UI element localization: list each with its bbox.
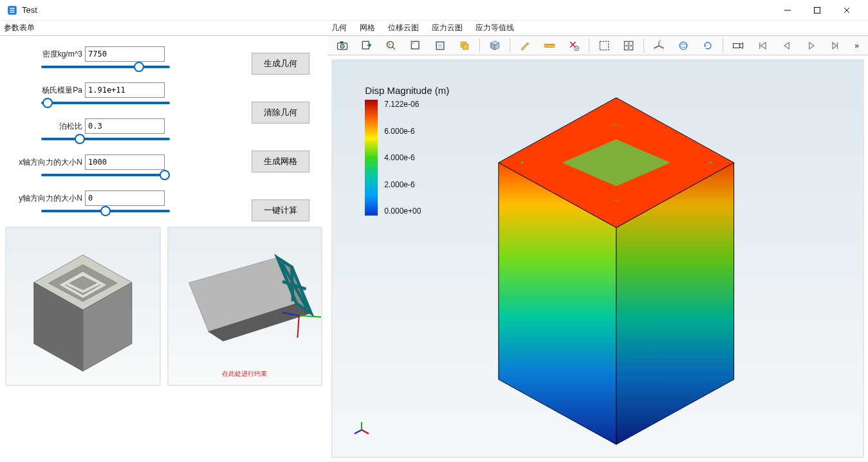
svg-point-17 [342,45,344,47]
rotate-icon[interactable] [696,37,720,54]
svg-rect-41 [733,43,739,48]
label-force-x: x轴方向力的大小N [5,157,82,168]
label-density: 密度kg/m^3 [5,49,82,60]
preview-constraints[interactable]: 在此处进行约束 [167,226,323,386]
left-pane: 参数表单 密度kg/m^3 杨氏模量Pa [0,21,328,462]
menu-mesh[interactable]: 网格 [360,23,375,33]
slider-poisson[interactable] [41,138,170,140]
fea-result-model [333,60,863,457]
cube-icon[interactable] [483,37,507,54]
app-icon [6,5,18,16]
svg-point-39 [679,44,687,47]
field-poisson: 泊松比 [5,118,241,140]
camera-icon[interactable] [330,37,355,54]
orientation-triad-icon [352,420,371,441]
label-force-y: y轴方向力的大小N [5,193,82,204]
orbit-icon[interactable] [671,37,696,54]
preview-row: 在此处进行约束 [0,226,328,391]
one-click-calc-button[interactable]: 一键计算 [252,199,309,221]
svg-point-38 [679,42,687,50]
svg-rect-33 [600,41,608,50]
preview-geometry[interactable] [5,226,161,386]
x-gear-icon[interactable] [562,37,586,54]
field-force-y: y轴方向力的大小N [5,190,241,212]
search-zap-icon[interactable] [379,37,403,54]
svg-rect-1 [815,7,820,13]
window-minimize-button[interactable] [773,0,802,21]
svg-rect-26 [463,44,468,49]
slider-force-y[interactable] [41,210,170,212]
play-icon[interactable] [799,37,824,54]
window-maximize-button[interactable] [802,0,832,21]
svg-text:z: z [660,39,661,42]
brush-icon[interactable] [513,37,537,54]
input-youngs[interactable] [85,82,165,98]
field-force-x: x轴方向力的大小N [5,154,241,176]
left-menubar: 参数表单 [0,21,328,36]
field-youngs: 杨氏模量Pa [5,82,241,104]
camera-view-icon[interactable] [726,37,750,54]
right-menubar: 几何 网格 位移云图 应力云图 应力等值线 [328,21,868,36]
window-title: Test [22,5,37,15]
svg-marker-46 [833,42,836,49]
menu-disp-contour[interactable]: 位移云图 [388,23,419,33]
input-poisson[interactable] [85,118,165,134]
gen-mesh-button[interactable]: 生成网格 [252,151,309,172]
window-titlebar: Test [0,0,868,21]
svg-marker-43 [761,42,766,49]
field-density: 密度kg/m^3 [5,46,241,68]
svg-marker-40 [704,45,706,47]
menu-stress-isolines[interactable]: 应力等值线 [476,23,514,33]
input-force-x[interactable] [85,154,165,170]
skip-start-icon[interactable] [750,37,775,54]
gen-geometry-button[interactable]: 生成几何 [252,53,309,75]
export-icon[interactable] [355,37,379,54]
marquee-icon[interactable] [592,37,616,54]
viewport-3d[interactable]: Disp Magnitude (m) 7.122e-06 6.000e-6 4.… [331,59,864,458]
window-close-button[interactable] [832,0,862,21]
label-youngs: 杨氏模量Pa [5,85,82,96]
menu-geometry[interactable]: 几何 [331,23,347,33]
input-density[interactable] [85,46,165,62]
step-forward-icon[interactable] [824,37,848,54]
step-back-icon[interactable] [775,37,799,54]
svg-marker-45 [809,42,814,49]
svg-marker-42 [739,42,743,48]
svg-text:x: x [663,46,665,50]
square-icon[interactable] [428,37,452,54]
box-select-icon[interactable] [403,37,428,54]
axes-icon[interactable]: zxy [647,37,671,54]
clear-geometry-button[interactable]: 清除几何 [252,102,309,124]
menu-stress-contour[interactable]: 应力云图 [432,23,463,33]
label-poisson: 泊松比 [5,121,82,132]
slider-density[interactable] [41,66,170,68]
stack-icon[interactable] [452,37,477,54]
menu-params-form[interactable]: 参数表单 [4,23,35,33]
params-form: 密度kg/m^3 杨氏模量Pa 泊松比 [0,36,328,226]
input-force-y[interactable] [85,190,165,206]
preview-constraints-caption: 在此处进行约束 [169,369,322,378]
svg-line-13 [293,315,303,338]
viewport-toolbar: zxy » [328,36,868,55]
move-icon[interactable] [616,37,641,54]
svg-rect-24 [438,43,442,48]
slider-youngs[interactable] [41,102,170,104]
svg-marker-44 [784,42,790,49]
svg-point-32 [576,48,577,49]
toolbar-overflow[interactable]: » [848,41,865,50]
svg-rect-18 [340,41,343,43]
slider-force-x[interactable] [41,174,170,176]
right-pane: 几何 网格 位移云图 应力云图 应力等值线 zxy [328,21,868,462]
ruler-icon[interactable] [537,37,562,54]
